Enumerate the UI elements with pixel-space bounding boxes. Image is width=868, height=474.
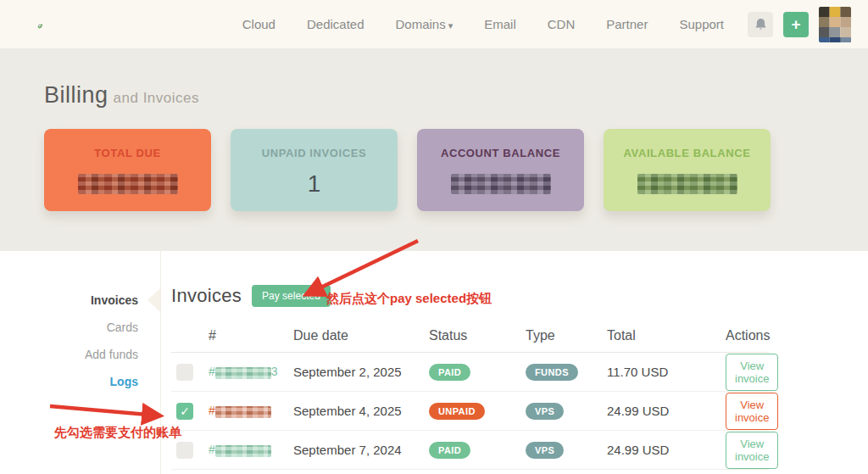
redacted-available-balance-value [637, 174, 737, 194]
invoices-table: # Due date Status Type Total Actions #3 … [171, 319, 769, 470]
invoice-3-checkbox[interactable] [176, 442, 193, 459]
nav-item-cdn[interactable]: CDN [548, 17, 576, 31]
invoice-1-total: 11.70 USD [607, 365, 726, 379]
invoice-1-view-button[interactable]: View invoice [726, 354, 778, 391]
col-status: Status [429, 328, 526, 343]
invoice-1-status-badge: PAID [429, 364, 470, 381]
billing-sidebar: Invoices Cards Add funds Logs [0, 251, 161, 474]
chevron-down-icon: ▾ [448, 20, 453, 31]
redacted-invoice-number [215, 367, 271, 379]
invoices-table-header: # Due date Status Type Total Actions [171, 319, 769, 353]
invoice-2-total: 24.99 USD [607, 404, 726, 418]
invoice-2-type-badge: VPS [526, 403, 564, 420]
invoice-3-type-badge: VPS [526, 442, 564, 459]
invoices-panel: Invoices Pay selected # Due date Status … [161, 251, 771, 474]
sidebar-item-add-funds[interactable]: Add funds [0, 341, 160, 368]
brand-logo-icon[interactable] [37, 5, 43, 47]
nav-actions: + [748, 7, 851, 42]
invoice-1-number-link[interactable]: #3 [209, 365, 293, 378]
nav-item-dedicated[interactable]: Dedicated [307, 17, 364, 31]
page-title: Billingand Invoices [44, 82, 868, 109]
add-service-button[interactable]: + [783, 12, 809, 37]
invoice-2-status-badge: UNPAID [429, 403, 485, 420]
col-number: # [209, 328, 293, 343]
invoice-2-view-button[interactable]: View invoice [726, 393, 778, 430]
page-title-main: Billing [44, 82, 108, 108]
active-item-notch-icon [147, 288, 160, 312]
invoice-2-number-link[interactable]: # [209, 404, 293, 417]
billing-header-band: Billingand Invoices TOTAL DUE UNPAID INV… [0, 48, 868, 251]
col-due-date: Due date [293, 328, 429, 343]
invoice-3-number-link[interactable]: # [209, 443, 293, 456]
sidebar-item-logs[interactable]: Logs [0, 368, 160, 395]
nav-item-partner[interactable]: Partner [606, 17, 648, 31]
nav-item-domains-label: Domains [396, 17, 446, 31]
redacted-total-due-value [78, 174, 178, 194]
page-title-sub: and Invoices [114, 90, 199, 106]
table-row-invoice-1: #3 September 2, 2025 PAID FUNDS 11.70 US… [171, 353, 769, 392]
card-available-balance-label: AVAILABLE BALANCE [604, 147, 771, 159]
invoice-3-view-button[interactable]: View invoice [726, 432, 778, 469]
col-actions: Actions [726, 328, 770, 343]
card-total-due: TOTAL DUE [44, 129, 211, 211]
invoice-number-suffix: 3 [271, 365, 278, 378]
invoice-1-type-badge: FUNDS [526, 364, 578, 381]
col-total: Total [607, 328, 726, 343]
card-unpaid-invoices-label: UNPAID INVOICES [231, 147, 398, 159]
avatar-pixelated-image [819, 7, 851, 42]
redacted-account-balance-value [451, 174, 551, 194]
invoice-number-prefix: # [209, 404, 215, 417]
nav-item-support[interactable]: Support [679, 17, 724, 31]
card-unpaid-invoices: UNPAID INVOICES 1 [231, 129, 398, 211]
col-type: Type [526, 328, 607, 343]
invoice-2-checkbox-checked[interactable]: ✓ [176, 403, 193, 420]
card-available-balance: AVAILABLE BALANCE [604, 129, 771, 211]
nav-item-email[interactable]: Email [484, 17, 516, 31]
invoice-1-due-date: September 2, 2025 [293, 365, 429, 379]
card-account-balance: ACCOUNT BALANCE [417, 129, 584, 211]
invoice-number-prefix: # [209, 443, 215, 456]
table-row-invoice-2: ✓ # September 4, 2025 UNPAID VPS 24.99 U… [171, 392, 769, 431]
user-avatar[interactable] [819, 7, 851, 42]
invoice-3-status-badge: PAID [429, 442, 470, 459]
sidebar-item-invoices[interactable]: Invoices [0, 287, 160, 314]
nav-item-domains[interactable]: Domains▾ [396, 17, 453, 31]
notifications-button[interactable] [748, 12, 773, 37]
redacted-invoice-number [215, 445, 271, 457]
nav-links: Cloud Dedicated Domains▾ Email CDN Partn… [242, 17, 724, 31]
bell-icon [754, 18, 767, 31]
billing-summary-cards: TOTAL DUE UNPAID INVOICES 1 ACCOUNT BALA… [44, 129, 868, 211]
top-navigation: Cloud Dedicated Domains▾ Email CDN Partn… [0, 0, 868, 48]
table-row-invoice-3: # September 7, 2024 PAID VPS 24.99 USD V… [171, 431, 769, 470]
invoices-heading: Invoices [171, 285, 242, 307]
card-account-balance-label: ACCOUNT BALANCE [417, 147, 584, 159]
invoice-3-due-date: September 7, 2024 [293, 443, 429, 457]
billing-content: Invoices Cards Add funds Logs Invoices P… [0, 251, 868, 474]
card-total-due-label: TOTAL DUE [44, 147, 211, 159]
card-unpaid-invoices-value: 1 [231, 171, 398, 197]
invoice-number-prefix: # [209, 365, 215, 378]
invoice-3-total: 24.99 USD [607, 443, 726, 457]
sidebar-item-cards[interactable]: Cards [0, 314, 160, 341]
invoice-1-checkbox[interactable] [176, 364, 193, 381]
pay-selected-button[interactable]: Pay selected [252, 285, 331, 307]
redacted-invoice-number [215, 406, 271, 418]
invoice-2-due-date: September 4, 2025 [293, 404, 429, 418]
nav-item-cloud[interactable]: Cloud [242, 17, 275, 31]
